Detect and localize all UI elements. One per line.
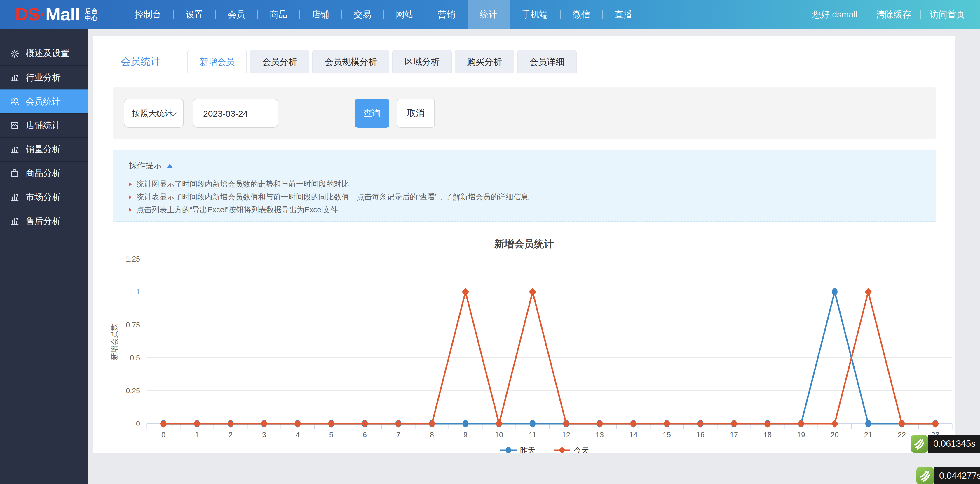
svg-text:2: 2 [229, 431, 232, 439]
perf-badge[interactable]: 0.061345s [910, 435, 980, 452]
period-select[interactable]: 按照天统计 [124, 98, 184, 128]
bullet-icon [129, 182, 132, 186]
tip-item: 点击列表上方的“导出Excel”按钮将列表数据导出为Excel文件 [129, 203, 528, 216]
tab-member-analysis[interactable]: 会员分析 [250, 49, 309, 73]
svg-text:7: 7 [396, 431, 400, 439]
page-title: 会员统计 [121, 55, 161, 69]
menu-item-wechat[interactable]: 微信 [560, 0, 602, 29]
period-select-value: 按照天统计 [132, 108, 173, 118]
flame-icon [910, 435, 928, 452]
cancel-button[interactable]: 取消 [397, 98, 435, 128]
sidebar-item-label: 市场分析 [26, 192, 61, 203]
svg-text:21: 21 [864, 431, 872, 439]
visit-home-link[interactable]: 访问首页 [921, 0, 974, 29]
svg-text:18: 18 [764, 431, 772, 439]
logo-a-dot [33, 13, 37, 17]
perf-time-label: 0.044277s [934, 467, 980, 484]
sidebar-item-overview-settings[interactable]: 概述及设置 [0, 41, 88, 65]
sidebar-item-label: 商品分析 [26, 168, 61, 179]
brand-logo-subtitle: 后台 中心 [84, 8, 97, 22]
menu-item-statistics[interactable]: 统计 [468, 0, 509, 29]
bar-chart-icon [10, 144, 19, 154]
flame-icon [916, 467, 934, 484]
menu-item-live[interactable]: 直播 [602, 0, 644, 29]
svg-text:3: 3 [262, 431, 266, 439]
svg-text:13: 13 [596, 431, 604, 439]
sidebar-list: 概述及设置 行业分析 会员统计 店铺统计 销量分析 商品分析 [0, 29, 88, 233]
svg-text:5: 5 [329, 431, 333, 439]
menu-item-website[interactable]: 网站 [383, 0, 425, 29]
menu-item-stores[interactable]: 店铺 [299, 0, 342, 29]
menu-item-members[interactable]: 会员 [215, 0, 258, 29]
top-menu: 控制台 设置 会员 商品 店铺 交易 网站 营销 统计 手机端 微信 直播 [123, 0, 644, 29]
users-icon [10, 97, 19, 106]
new-members-line-chart: 新增会员统计新增会员数00.250.50.7511.25012345678910… [93, 229, 955, 452]
svg-text:0: 0 [161, 431, 165, 439]
tip-item: 统计图显示了时间段内新增会员数的走势和与前一时间段的对比 [129, 178, 528, 191]
sidebar-item-label: 售后分析 [26, 216, 61, 227]
clear-cache-link[interactable]: 清除缓存 [867, 0, 921, 29]
gear-icon [10, 49, 19, 58]
sidebar-item-goods-analysis[interactable]: 商品分析 [0, 161, 88, 185]
tab-purchase-analysis[interactable]: 购买分析 [455, 49, 514, 73]
bullet-icon [129, 195, 132, 199]
page: DS·Mall 后台 中心 控制台 设置 会员 商品 店铺 交易 网站 营销 统… [0, 0, 980, 484]
sidebar-item-aftersale-analysis[interactable]: 售后分析 [0, 209, 88, 233]
filter-bar: 按照天统计 查询 取消 [113, 87, 936, 139]
sidebar-item-label: 概述及设置 [26, 48, 70, 59]
bag-icon [10, 168, 19, 178]
tips-title-text: 操作提示 [129, 160, 162, 171]
query-button[interactable]: 查询 [355, 98, 389, 128]
tip-text: 统计表显示了时间段内新增会员数值和与前一时间段的同比数值，点击每条记录后的“查看… [137, 192, 528, 202]
tip-item: 统计表显示了时间段内新增会员数值和与前一时间段的同比数值，点击每条记录后的“查看… [129, 191, 528, 203]
tip-text: 统计图显示了时间段内新增会员数的走势和与前一时间段的对比 [137, 179, 349, 189]
sidebar-item-sales-analysis[interactable]: 销量分析 [0, 137, 88, 161]
svg-text:0.75: 0.75 [126, 321, 140, 329]
perf-badge[interactable]: 0.044277s [916, 467, 980, 484]
svg-text:1: 1 [136, 288, 140, 296]
svg-text:9: 9 [463, 431, 468, 439]
bar-chart-icon [10, 73, 19, 82]
tip-text: 点击列表上方的“导出Excel”按钮将列表数据导出为Excel文件 [137, 205, 338, 215]
tips-title[interactable]: 操作提示 [129, 160, 173, 171]
menu-item-mobile[interactable]: 手机端 [509, 0, 560, 29]
bar-chart-icon [10, 192, 19, 202]
bar-chart-icon [10, 216, 19, 226]
tab-member-scale-analysis[interactable]: 会员规模分析 [312, 49, 389, 73]
svg-text:17: 17 [730, 431, 738, 439]
svg-text:6: 6 [363, 431, 367, 439]
greeting-user: 您好,dsmall [803, 0, 867, 29]
svg-text:新增会员统计: 新增会员统计 [494, 238, 554, 249]
perf-time-label: 0.061345s [928, 435, 980, 452]
menu-item-trade[interactable]: 交易 [342, 0, 383, 29]
content-panel: 会员统计 新增会员 会员分析 会员规模分析 区域分析 购买分析 会员详细 按照天… [93, 36, 955, 452]
tab-region-analysis[interactable]: 区域分析 [392, 49, 452, 73]
menu-item-goods[interactable]: 商品 [258, 0, 299, 29]
tab-member-detail[interactable]: 会员详细 [517, 49, 577, 73]
collapse-arrow-icon[interactable] [167, 163, 173, 168]
sidebar-item-industry-analysis[interactable]: 行业分析 [0, 65, 88, 89]
svg-text:昨天: 昨天 [520, 446, 535, 452]
menu-item-marketing[interactable]: 营销 [425, 0, 468, 29]
svg-text:1: 1 [195, 431, 199, 439]
sidebar: 概述及设置 行业分析 会员统计 店铺统计 销量分析 商品分析 [0, 29, 88, 484]
sidebar-item-market-analysis[interactable]: 市场分析 [0, 185, 88, 209]
sidebar-item-member-statistics[interactable]: 会员统计 [0, 89, 88, 113]
svg-text:8: 8 [430, 431, 434, 439]
operation-tips-box: 操作提示 统计图显示了时间段内新增会员数的走势和与前一时间段的对比 统计表显示了… [113, 150, 936, 222]
top-header: DS·Mall 后台 中心 控制台 设置 会员 商品 店铺 交易 网站 营销 统… [0, 0, 980, 29]
sidebar-item-label: 销量分析 [26, 144, 61, 155]
svg-text:14: 14 [629, 431, 637, 439]
menu-item-dashboard[interactable]: 控制台 [123, 0, 173, 29]
tab-new-members[interactable]: 新增会员 [187, 49, 247, 73]
menu-item-settings[interactable]: 设置 [173, 0, 215, 29]
svg-text:0: 0 [136, 420, 140, 428]
sidebar-item-store-statistics[interactable]: 店铺统计 [0, 113, 88, 137]
date-input[interactable] [192, 98, 278, 128]
bullet-icon [129, 208, 132, 212]
brand-logo[interactable]: DS·Mall 后台 中心 [15, 0, 97, 29]
brand-logo-text: DS·Mall [15, 0, 80, 29]
store-icon [10, 121, 19, 130]
svg-text:12: 12 [562, 431, 570, 439]
svg-text:10: 10 [495, 431, 503, 439]
